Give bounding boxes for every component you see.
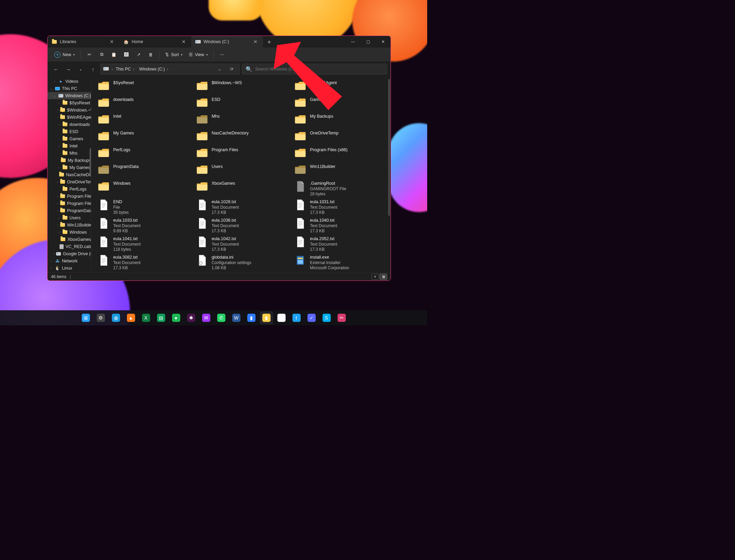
tree-caret-icon[interactable]: › xyxy=(57,116,58,119)
tree-caret-icon[interactable]: › xyxy=(57,209,58,212)
tree-item[interactable]: ›🖧Network xyxy=(48,257,91,264)
tree-item[interactable]: ›Program Files xyxy=(48,193,91,200)
breadcrumb[interactable]: This PC xyxy=(116,67,136,71)
folder-item[interactable]: My Games xyxy=(97,129,193,146)
taskbar-whatsapp[interactable]: ✆ xyxy=(215,311,228,324)
file-item[interactable]: eula.1028.txtText Document17.3 KB xyxy=(196,198,291,217)
file-item[interactable]: eula.1036.txtText Document17.3 KB xyxy=(196,217,291,235)
folder-item[interactable]: Mhs xyxy=(196,113,291,129)
tree-item[interactable]: ›$SysReset xyxy=(48,99,91,106)
taskbar-chrome[interactable]: ◉ xyxy=(275,311,288,324)
address-bar[interactable]: › This PC Windows (C:) ⌄ ⟳ xyxy=(100,64,240,75)
minimize-button[interactable]: ― xyxy=(345,36,360,48)
content-scrollbar[interactable] xyxy=(388,79,390,216)
taskbar-sheets[interactable]: ▤ xyxy=(155,311,168,324)
tree-item[interactable]: ›OneDriveTemp xyxy=(48,178,91,185)
tree-item[interactable]: Mhs xyxy=(48,149,91,157)
taskbar-spotify[interactable]: ● xyxy=(170,311,183,324)
tree-caret-icon[interactable]: › xyxy=(57,223,58,227)
tree-caret-icon[interactable]: › xyxy=(57,166,61,169)
file-item[interactable]: eula.1031.txtText Document17.3 KB xyxy=(294,198,389,217)
up-button[interactable]: ↑ xyxy=(88,64,98,74)
breadcrumb[interactable]: Windows (C:) xyxy=(139,67,170,71)
tree-scrollbar[interactable] xyxy=(90,148,91,175)
tree-item[interactable]: ESD xyxy=(48,128,91,135)
view-button[interactable]: ☰ View ▾ xyxy=(186,50,211,59)
folder-item[interactable]: Windows xyxy=(97,180,193,196)
tree-item[interactable]: ›Program Files (x86) xyxy=(48,200,91,207)
taskbar-explorer[interactable]: ▮ xyxy=(260,311,273,324)
taskbar[interactable]: ⊞⚙◍▲X▤●✱✉✆W▮▮◉t✓S✂ xyxy=(0,310,427,325)
tab-close-icon[interactable]: ✕ xyxy=(108,38,116,46)
tree-item[interactable]: ›ProgramData xyxy=(48,207,91,214)
tree-item[interactable]: XboxGames xyxy=(48,236,91,243)
tiles-view-button[interactable]: ▦ xyxy=(380,274,387,280)
tree-item[interactable]: Games xyxy=(48,135,91,142)
tree-item[interactable]: ⌄Windows (C:) xyxy=(48,92,91,99)
new-button[interactable]: + New ▾ xyxy=(52,50,78,60)
refresh-button[interactable]: ⟳ xyxy=(227,67,237,71)
taskbar-edge[interactable]: ◍ xyxy=(109,311,122,324)
tab-close-icon[interactable]: ✕ xyxy=(180,38,188,46)
tree-item[interactable]: ›Win11Builder xyxy=(48,221,91,229)
file-item[interactable]: install.exeExternal InstallerMicrosoft C… xyxy=(294,253,389,272)
forward-button[interactable]: → xyxy=(63,64,74,74)
tree-caret-icon[interactable]: ⌄ xyxy=(50,87,53,90)
address-dropdown[interactable]: ⌄ xyxy=(215,67,224,71)
taskbar-excel[interactable]: X xyxy=(140,311,153,324)
nav-tree[interactable]: ›▸Videos⌄This PC⌄Windows (C:)›$SysReset›… xyxy=(48,76,91,272)
tree-caret-icon[interactable]: › xyxy=(50,266,53,270)
tree-item[interactable]: ⌄This PC xyxy=(48,85,91,92)
file-item[interactable]: ENDFile35 bytes xyxy=(97,198,193,217)
folder-item[interactable]: My Backups xyxy=(294,113,389,129)
tree-caret-icon[interactable]: › xyxy=(53,80,56,83)
rename-button[interactable]: 🅰 xyxy=(120,50,132,59)
details-view-button[interactable]: ≡ xyxy=(371,274,379,280)
close-window-button[interactable]: ✕ xyxy=(376,36,391,48)
new-tab-button[interactable]: ＋ xyxy=(263,36,275,48)
tree-item[interactable]: NasCacheDirectory xyxy=(48,171,91,178)
tree-caret-icon[interactable]: › xyxy=(57,216,61,220)
folder-item[interactable]: Games xyxy=(294,96,389,113)
tree-caret-icon[interactable]: › xyxy=(57,202,58,205)
tree-caret-icon[interactable]: › xyxy=(57,195,58,198)
file-item[interactable]: eula.2052.txtText Document17.3 KB xyxy=(294,235,389,253)
back-button[interactable]: ← xyxy=(51,64,61,74)
file-list[interactable]: $SysReset$Windows.~WS$WinREAgentdownload… xyxy=(91,76,391,272)
tree-item[interactable]: My Backups xyxy=(48,157,91,164)
taskbar-todo[interactable]: ✓ xyxy=(305,311,318,324)
file-item[interactable]: eula.1042.txtText Document17.3 KB xyxy=(196,235,291,253)
tree-item[interactable]: ›Users xyxy=(48,214,91,221)
tree-item[interactable]: ›My Games xyxy=(48,164,91,171)
tab-libraries[interactable]: Libraries ✕ xyxy=(48,36,119,48)
folder-item[interactable]: Program Files xyxy=(196,146,291,163)
taskbar-word[interactable]: W xyxy=(230,311,243,324)
taskbar-vlc[interactable]: ▲ xyxy=(124,311,137,324)
delete-button[interactable]: 🗑 xyxy=(145,50,157,59)
taskbar-settings[interactable]: ⚙ xyxy=(94,311,107,324)
tab-home[interactable]: 🏠 Home ✕ xyxy=(119,36,191,48)
taskbar-skype[interactable]: S xyxy=(320,311,333,324)
tree-caret-icon[interactable]: › xyxy=(57,123,61,126)
tree-item[interactable]: ›Intel xyxy=(48,142,91,149)
folder-item[interactable]: OneDriveTemp xyxy=(294,129,389,146)
taskbar-snip[interactable]: ✂ xyxy=(335,311,348,324)
folder-item[interactable]: Win11Builder xyxy=(294,163,389,180)
tab-close-icon[interactable]: ✕ xyxy=(251,38,260,46)
file-item[interactable]: .GamingRootGAMINGROOT File28 bytes xyxy=(294,180,389,198)
tree-caret-icon[interactable]: › xyxy=(57,108,58,112)
file-item[interactable]: eula.1033.txtText Document9.89 KB xyxy=(97,217,193,235)
folder-item[interactable]: PerfLogs xyxy=(97,146,193,163)
tree-item[interactable]: ›downloads xyxy=(48,121,91,128)
file-item[interactable]: globdata.iniConfiguration settings1.08 K… xyxy=(196,253,291,272)
tree-caret-icon[interactable]: › xyxy=(53,252,54,256)
taskbar-twitter[interactable]: t xyxy=(290,311,303,324)
folder-item[interactable]: $WinREAgent xyxy=(294,79,389,96)
paste-button[interactable]: 📋 xyxy=(108,50,120,59)
file-item[interactable]: eula.1041.txtText Document118 bytes xyxy=(97,235,193,253)
taskbar-slack[interactable]: ✱ xyxy=(185,311,198,324)
cut-button[interactable]: ✂ xyxy=(83,50,95,59)
tree-item[interactable]: ›🐧Linux xyxy=(48,264,91,272)
more-button[interactable]: ⋯ xyxy=(216,50,228,59)
maximize-button[interactable]: ▢ xyxy=(360,36,376,48)
